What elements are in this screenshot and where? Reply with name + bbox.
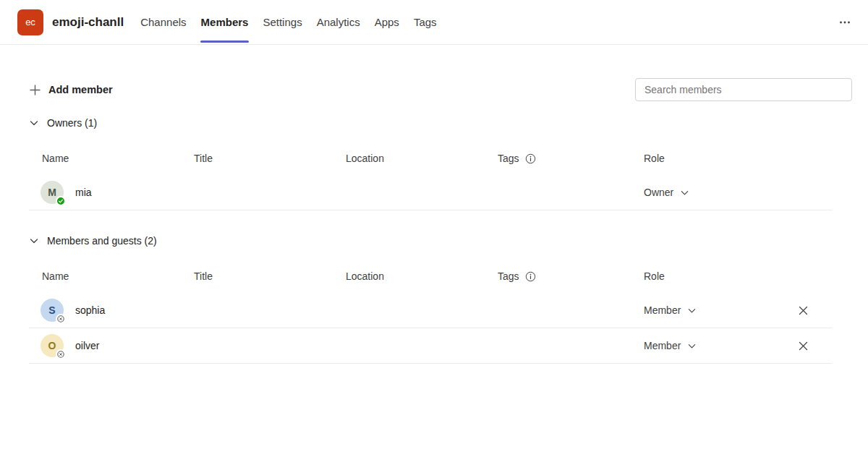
presence-available-icon — [56, 196, 66, 206]
add-member-label: Add member — [48, 84, 113, 95]
role-value: Member — [644, 304, 681, 316]
close-icon — [798, 305, 809, 316]
tab-analytics[interactable]: Analytics — [310, 0, 367, 45]
team-avatar[interactable]: ec — [17, 9, 43, 35]
role-dropdown-mia[interactable]: Owner — [644, 187, 689, 198]
column-header-name: Name — [29, 270, 194, 282]
member-row-mia: M mia Owner — [29, 175, 832, 210]
remove-member-oilver-button[interactable] — [794, 337, 812, 354]
owners-table: Name Title Location Tags Role M — [29, 142, 832, 210]
member-row-oilver: O oilver Member — [29, 328, 832, 364]
tab-analytics-label: Analytics — [317, 16, 360, 28]
column-header-name: Name — [29, 153, 194, 164]
members-table-header: Name Title Location Tags Role — [29, 260, 832, 293]
role-dropdown-oilver[interactable]: Member — [644, 340, 697, 351]
tab-channels[interactable]: Channels — [133, 0, 193, 45]
add-member-button[interactable]: Add member — [29, 84, 113, 96]
close-icon — [798, 341, 809, 351]
ellipsis-icon — [838, 16, 851, 29]
column-header-location: Location — [346, 270, 498, 282]
column-header-role: Role — [644, 270, 794, 282]
section-owners-toggle[interactable]: Owners (1) — [29, 116, 852, 130]
members-toolbar: Add member — [29, 78, 852, 101]
presence-offline-icon — [56, 314, 66, 324]
role-value: Owner — [644, 187, 673, 198]
member-identity: O oilver — [29, 334, 194, 357]
member-name: sophia — [75, 304, 105, 316]
info-icon[interactable] — [525, 153, 536, 164]
member-identity: M mia — [29, 181, 194, 204]
avatar-initial: M — [48, 187, 56, 198]
remove-member-sophia-button[interactable] — [794, 302, 812, 319]
avatar-initial: O — [48, 340, 56, 351]
column-header-tags-label: Tags — [498, 153, 519, 164]
chevron-down-icon — [29, 118, 39, 128]
column-header-location: Location — [346, 153, 498, 164]
tab-apps[interactable]: Apps — [367, 0, 407, 45]
avatar-initial: S — [48, 304, 55, 316]
chevron-down-icon — [680, 188, 689, 197]
plus-icon — [29, 84, 41, 96]
tab-members-label: Members — [201, 16, 249, 28]
tab-tags[interactable]: Tags — [407, 0, 444, 45]
tab-settings-label: Settings — [263, 16, 302, 28]
avatar-oilver: O — [41, 334, 64, 357]
avatar-mia: M — [41, 181, 64, 204]
tab-members[interactable]: Members — [194, 0, 256, 45]
member-identity: S sophia — [29, 299, 194, 322]
section-members-title: Members and guests (2) — [47, 235, 157, 247]
chevron-down-icon — [29, 236, 39, 246]
owners-table-header: Name Title Location Tags Role — [29, 142, 832, 175]
search-members-input[interactable] — [635, 78, 852, 101]
role-dropdown-sophia[interactable]: Member — [644, 304, 697, 316]
tab-tags-label: Tags — [414, 16, 437, 28]
tab-settings[interactable]: Settings — [255, 0, 309, 45]
members-content: Add member Owners (1) Name Title Locatio… — [0, 78, 868, 364]
column-header-tags: Tags — [498, 153, 644, 164]
team-name: emoji-chanll — [52, 15, 124, 30]
chevron-down-icon — [687, 341, 697, 351]
more-options-button[interactable] — [835, 12, 855, 33]
team-initials: ec — [25, 17, 35, 27]
chevron-down-icon — [687, 306, 697, 315]
info-icon[interactable] — [525, 271, 536, 282]
column-header-tags: Tags — [498, 270, 644, 282]
circle-x-icon — [57, 351, 64, 358]
column-header-title: Title — [194, 153, 346, 164]
members-table: Name Title Location Tags Role S — [29, 260, 832, 364]
teams-members-page: ec emoji-chanll Channels Members Setting… — [0, 0, 868, 364]
column-header-title: Title — [194, 270, 346, 282]
section-owners-title: Owners (1) — [47, 117, 97, 129]
member-name: oilver — [75, 340, 99, 351]
circle-x-icon — [57, 315, 64, 323]
member-name: mia — [75, 187, 92, 198]
column-header-tags-label: Tags — [498, 270, 519, 282]
section-members-toggle[interactable]: Members and guests (2) — [29, 234, 852, 248]
team-header: ec emoji-chanll Channels Members Setting… — [0, 0, 868, 45]
tab-channels-label: Channels — [140, 16, 186, 28]
column-header-role: Role — [644, 153, 794, 164]
team-tabs: Channels Members Settings Analytics Apps… — [133, 0, 443, 45]
role-value: Member — [644, 340, 681, 351]
presence-offline-icon — [56, 349, 66, 359]
avatar-sophia: S — [41, 299, 64, 322]
active-tab-underline — [200, 40, 250, 43]
tab-apps-label: Apps — [375, 16, 399, 28]
check-icon — [58, 198, 64, 204]
member-row-sophia: S sophia Member — [29, 293, 832, 328]
